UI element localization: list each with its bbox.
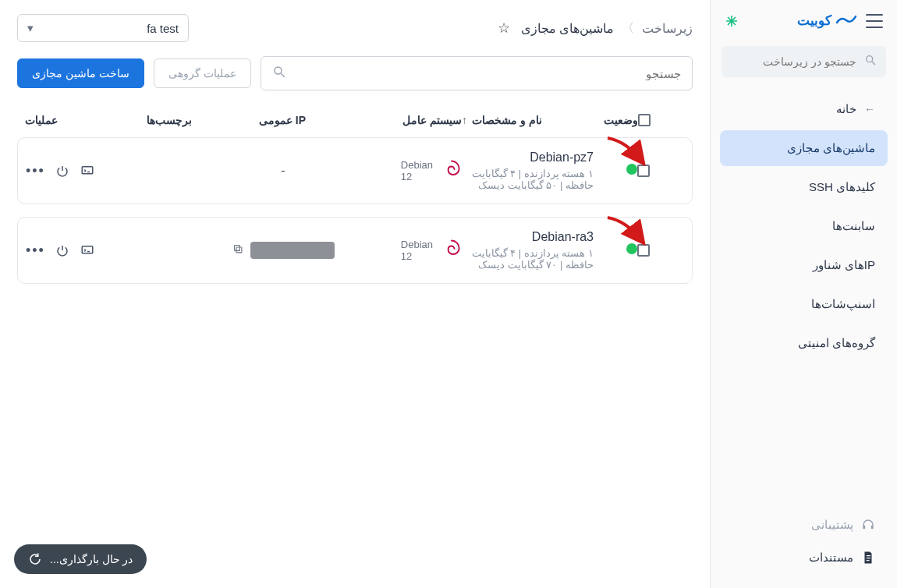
copy-icon[interactable]	[232, 243, 244, 257]
svg-line-8	[281, 73, 285, 77]
ip-value: -	[281, 164, 285, 178]
headset-icon	[861, 518, 875, 532]
status-indicator	[626, 243, 637, 254]
nav-list: ← خانه ماشین‌های مجازی کلیدهای SSH سابنت…	[711, 87, 897, 369]
table-header: وضعیت نام و مشخصات ↑ سیستم عامل IP عمومی…	[17, 103, 693, 137]
project-select[interactable]: ▾ fa test	[17, 14, 189, 42]
main-content: زیرساخت 〉 ماشین‌های مجازی ☆ ▾ fa test عم…	[0, 0, 710, 588]
col-os[interactable]: سیستم عامل	[345, 114, 462, 126]
breadcrumb: زیرساخت 〉 ماشین‌های مجازی	[521, 20, 693, 37]
nav-subnets[interactable]: سابنت‌ها	[720, 208, 888, 244]
svg-rect-5	[867, 558, 870, 558]
brand-logo: کوبیت	[797, 12, 856, 29]
debian-swirl-icon	[441, 238, 463, 263]
nav-home[interactable]: ← خانه	[720, 91, 888, 127]
nav-vms[interactable]: ماشین‌های مجازی	[720, 130, 888, 166]
os-ver: 12	[401, 171, 433, 182]
refresh-icon	[28, 552, 42, 566]
table-row[interactable]: Debian-pz7۱ هسته پردازنده | ۴ گیگابایتحا…	[17, 137, 693, 204]
breadcrumb-leaf: ماشین‌های مجازی	[521, 21, 614, 36]
sidebar-search[interactable]	[722, 46, 886, 77]
os-name: Debian	[401, 159, 433, 171]
vm-specs: ۱ هسته پردازنده | ۴ گیگابایتحافظه | ۷۰ گ…	[463, 247, 594, 271]
vm-name: Debian-pz7	[463, 151, 594, 165]
vm-table: وضعیت نام و مشخصات ↑ سیستم عامل IP عمومی…	[0, 103, 710, 284]
main-search-input[interactable]	[294, 67, 681, 80]
breadcrumb-root[interactable]: زیرساخت	[642, 21, 693, 36]
nav-snapshots[interactable]: اسنپ‌شات‌ها	[720, 286, 888, 322]
create-vm-button[interactable]: ساخت ماشین مجازی	[17, 58, 144, 88]
nav-label: IPهای شناور	[813, 258, 875, 272]
col-ops[interactable]: عملیات	[25, 114, 119, 126]
nav-label: سابنت‌ها	[832, 219, 875, 233]
os-cell: Debian12	[346, 158, 463, 183]
nav-floating-ips[interactable]: IPهای شناور	[720, 247, 888, 283]
footer-label: مستندات	[809, 551, 853, 565]
row-checkbox[interactable]	[637, 165, 650, 177]
brand-wave-icon	[836, 13, 856, 29]
svg-rect-2	[863, 526, 865, 530]
status-indicator	[626, 164, 637, 175]
brand-primary: کوبیت	[797, 12, 831, 29]
debian-swirl-icon	[441, 158, 463, 183]
svg-rect-4	[867, 555, 870, 556]
brand-secondary	[725, 14, 739, 28]
nav-label: ماشین‌های مجازی	[787, 141, 875, 155]
svg-rect-11	[234, 246, 239, 251]
console-icon[interactable]	[80, 243, 95, 258]
hamburger-menu-icon[interactable]	[866, 14, 883, 28]
vm-name: Debian-ra3	[463, 230, 594, 244]
svg-rect-6	[867, 560, 870, 561]
nav-label: گروه‌های امنیتی	[798, 336, 875, 350]
console-icon[interactable]	[80, 163, 95, 179]
power-icon[interactable]	[55, 243, 70, 258]
power-icon[interactable]	[55, 163, 70, 179]
sidebar-search-input[interactable]	[731, 55, 856, 68]
project-name: fa test	[147, 22, 179, 35]
svg-rect-9	[82, 167, 93, 174]
os-name: Debian	[401, 239, 433, 250]
annotation-arrow	[603, 133, 650, 165]
svg-rect-3	[871, 526, 874, 530]
footer-label: پشتیبانی	[811, 518, 853, 532]
col-name[interactable]: نام و مشخصات ↑	[462, 114, 594, 126]
caret-down-icon: ▾	[27, 21, 34, 35]
more-menu-icon[interactable]: •••	[26, 163, 45, 179]
vm-specs: ۱ هسته پردازنده | ۴ گیگابایتحافظه | ۵۰ گ…	[463, 168, 594, 191]
bulk-ops-button[interactable]: عملیات گروهی	[154, 58, 251, 88]
col-ip[interactable]: IP عمومی	[220, 114, 345, 126]
loading-pill: در حال بارگذاری...	[14, 544, 147, 574]
ip-value	[250, 242, 335, 259]
header-checkbox[interactable]	[638, 114, 651, 126]
col-status[interactable]: وضعیت	[594, 114, 638, 126]
nav-label: خانه	[836, 102, 856, 116]
chevron-left-icon: 〉	[622, 20, 634, 37]
loading-text: در حال بارگذاری...	[50, 553, 133, 565]
sidebar: کوبیت ← خانه ماشین‌های مجازی کلیدهای SSH	[710, 0, 897, 588]
col-tags[interactable]: برچسب‌ها	[119, 114, 220, 126]
sort-asc-icon: ↑	[462, 114, 467, 126]
annotation-arrow	[603, 213, 650, 244]
nav-ssh[interactable]: کلیدهای SSH	[720, 169, 888, 205]
more-menu-icon[interactable]: •••	[26, 243, 45, 259]
arrow-left-icon: ←	[864, 103, 875, 115]
svg-rect-12	[82, 246, 93, 253]
search-icon	[864, 54, 877, 69]
footer-docs[interactable]: مستندات	[720, 541, 888, 574]
table-row[interactable]: Debian-ra3۱ هسته پردازنده | ۴ گیگابایتحا…	[17, 217, 693, 284]
document-icon	[861, 551, 875, 565]
svg-line-1	[872, 62, 875, 65]
nav-security-groups[interactable]: گروه‌های امنیتی	[720, 325, 888, 361]
row-checkbox[interactable]	[637, 244, 650, 257]
os-ver: 12	[401, 250, 433, 262]
nav-label: اسنپ‌شات‌ها	[811, 297, 875, 311]
os-cell: Debian12	[346, 238, 463, 263]
svg-point-0	[867, 56, 873, 62]
footer-support[interactable]: پشتیبانی	[720, 508, 888, 541]
nav-label: کلیدهای SSH	[809, 180, 875, 194]
main-search[interactable]	[261, 56, 693, 90]
star-icon[interactable]: ☆	[498, 19, 510, 37]
svg-point-7	[275, 67, 282, 74]
search-icon	[272, 65, 286, 82]
svg-rect-10	[236, 247, 242, 253]
